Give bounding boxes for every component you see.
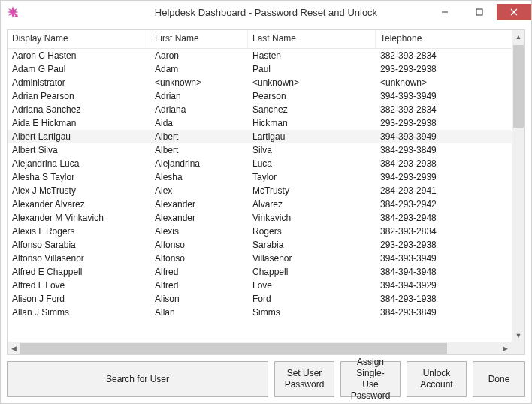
cell-display-name: Allan J Simms xyxy=(8,306,150,318)
table-row[interactable]: Alesha S TaylorAleshaTaylor394-293-2939 xyxy=(8,170,524,184)
cell-telephone: 384-293-2938 xyxy=(376,158,524,170)
user-list[interactable]: Display Name First Name Last Name Teleph… xyxy=(7,29,525,355)
table-row[interactable]: Adrian PearsonAdrianPearson394-393-3949 xyxy=(8,89,524,103)
table-row[interactable]: Alison J FordAlisonFord384-293-1938 xyxy=(8,292,524,306)
cell-telephone: 394-393-3949 xyxy=(376,131,524,143)
cell-first-name: Allan xyxy=(150,306,248,318)
cell-telephone: 394-393-3949 xyxy=(376,252,524,264)
table-row[interactable]: Adriana SanchezAdrianaSanchez382-393-283… xyxy=(8,103,524,116)
cell-first-name: Aida xyxy=(150,117,248,129)
cell-display-name: Alexander Alvarez xyxy=(8,198,150,210)
unlock-account-button[interactable]: Unlock Account xyxy=(407,361,467,397)
cell-telephone: 384-293-1938 xyxy=(376,293,524,305)
cell-telephone: 394-394-3929 xyxy=(376,279,524,291)
vertical-scroll-thumb[interactable] xyxy=(513,45,524,128)
table-row[interactable]: Alexis L RogersAlexisRogers382-393-2834 xyxy=(8,225,524,238)
cell-first-name: Alfonso xyxy=(150,239,248,251)
svg-rect-3 xyxy=(476,9,482,15)
cell-last-name: Hickman xyxy=(248,117,376,129)
cell-display-name: Alison J Ford xyxy=(8,293,150,305)
column-last-name[interactable]: Last Name xyxy=(248,30,376,48)
cell-display-name: Alfonso Villasenor xyxy=(8,252,150,264)
cell-last-name: Paul xyxy=(248,63,376,75)
table-row[interactable]: Alfonso VillasenorAlfonsoVillasenor394-3… xyxy=(8,252,524,265)
cell-last-name: Hasten xyxy=(248,50,376,62)
cell-first-name: Alfred xyxy=(150,279,248,291)
table-row[interactable]: Adam G PaulAdamPaul293-293-2938 xyxy=(8,62,524,76)
cell-first-name: Alexander xyxy=(150,212,248,224)
app-icon xyxy=(7,6,19,18)
cell-first-name: Adam xyxy=(150,63,248,75)
assign-single-use-password-button[interactable]: Assign Single-Use Password xyxy=(340,361,401,397)
cell-display-name: Alfonso Sarabia xyxy=(8,239,150,251)
column-headers[interactable]: Display Name First Name Last Name Teleph… xyxy=(8,30,524,49)
cell-first-name: Alejandrina xyxy=(150,158,248,170)
scroll-down-arrow[interactable]: ▼ xyxy=(512,329,524,342)
table-row[interactable]: Albert SilvaAlbertSilva384-293-3849 xyxy=(8,143,524,157)
cell-display-name: Alesha S Taylor xyxy=(8,171,150,183)
horizontal-scrollbar[interactable]: ◀ ▶ xyxy=(8,342,512,354)
table-row[interactable]: Alexander AlvarezAlexanderAlvarez384-293… xyxy=(8,197,524,211)
cell-last-name: <unknown> xyxy=(248,77,376,89)
cell-last-name: Vinkavich xyxy=(248,212,376,224)
cell-display-name: Alejandrina Luca xyxy=(8,158,150,170)
cell-last-name: Sarabia xyxy=(248,239,376,251)
cell-last-name: Chappell xyxy=(248,266,376,278)
cell-telephone: <unknown> xyxy=(376,77,524,89)
cell-last-name: Ford xyxy=(248,293,376,305)
table-row[interactable]: Alfred E ChappellAlfredChappell384-394-3… xyxy=(8,265,524,279)
cell-display-name: Alfred L Love xyxy=(8,279,150,291)
cell-last-name: Simms xyxy=(248,306,376,318)
maximize-button[interactable] xyxy=(462,4,497,20)
set-user-password-button[interactable]: Set User Password xyxy=(274,361,334,397)
table-row[interactable]: Alfonso SarabiaAlfonsoSarabia293-293-293… xyxy=(8,238,524,252)
table-row[interactable]: Administrator<unknown><unknown><unknown> xyxy=(8,76,524,89)
column-display-name[interactable]: Display Name xyxy=(8,30,150,48)
cell-telephone: 382-393-2834 xyxy=(376,225,524,237)
table-row[interactable]: Albert LartigauAlbertLartigau394-393-394… xyxy=(8,130,524,143)
table-row[interactable]: Alex J McTrustyAlexMcTrusty284-293-2941 xyxy=(8,184,524,197)
column-telephone[interactable]: Telephone xyxy=(376,30,524,48)
cell-last-name: Taylor xyxy=(248,171,376,183)
scrollbar-corner xyxy=(512,342,524,354)
cell-last-name: Lartigau xyxy=(248,131,376,143)
cell-display-name: Alex J McTrusty xyxy=(8,185,150,197)
cell-last-name: Sanchez xyxy=(248,104,376,116)
cell-first-name: Alexander xyxy=(150,198,248,210)
titlebar[interactable]: Helpdesk Dashboard - Password Reset and … xyxy=(1,1,531,23)
table-row[interactable]: Aaron C HastenAaronHasten382-393-2834 xyxy=(8,49,524,62)
minimize-button[interactable] xyxy=(428,4,462,20)
cell-last-name: Alvarez xyxy=(248,198,376,210)
cell-telephone: 284-293-2941 xyxy=(376,185,524,197)
scroll-left-arrow[interactable]: ◀ xyxy=(8,342,20,354)
cell-display-name: Alfred E Chappell xyxy=(8,266,150,278)
cell-first-name: Albert xyxy=(150,131,248,143)
cell-display-name: Administrator xyxy=(8,77,150,89)
cell-display-name: Adrian Pearson xyxy=(8,90,150,102)
done-button[interactable]: Done xyxy=(473,361,525,397)
scroll-right-arrow[interactable]: ▶ xyxy=(499,342,512,354)
horizontal-scroll-thumb[interactable] xyxy=(20,343,447,354)
cell-display-name: Aaron C Hasten xyxy=(8,50,150,62)
table-row[interactable]: Alfred L LoveAlfredLove394-394-3929 xyxy=(8,279,524,292)
table-row[interactable]: Alexander M VinkavichAlexanderVinkavich3… xyxy=(8,211,524,225)
table-row[interactable]: Alejandrina LucaAlejandrinaLuca384-293-2… xyxy=(8,157,524,170)
vertical-scrollbar[interactable]: ▲ ▼ xyxy=(512,30,524,342)
scroll-up-arrow[interactable]: ▲ xyxy=(512,30,524,43)
cell-display-name: Aida E Hickman xyxy=(8,117,150,129)
cell-last-name: Rogers xyxy=(248,225,376,237)
cell-telephone: 394-293-2939 xyxy=(376,171,524,183)
cell-telephone: 293-293-2938 xyxy=(376,63,524,75)
column-first-name[interactable]: First Name xyxy=(150,30,248,48)
cell-telephone: 384-394-3948 xyxy=(376,266,524,278)
search-for-user-button[interactable]: Search for User xyxy=(7,361,268,397)
cell-first-name: Aaron xyxy=(150,50,248,62)
table-row[interactable]: Allan J SimmsAllanSimms384-293-3849 xyxy=(8,306,524,319)
table-row[interactable]: Aida E HickmanAidaHickman293-293-2938 xyxy=(8,116,524,130)
cell-display-name: Albert Lartigau xyxy=(8,131,150,143)
cell-last-name: Luca xyxy=(248,158,376,170)
cell-telephone: 293-293-2938 xyxy=(376,239,524,251)
cell-display-name: Albert Silva xyxy=(8,144,150,156)
cell-first-name: Adrian xyxy=(150,90,248,102)
close-button[interactable] xyxy=(497,4,531,20)
